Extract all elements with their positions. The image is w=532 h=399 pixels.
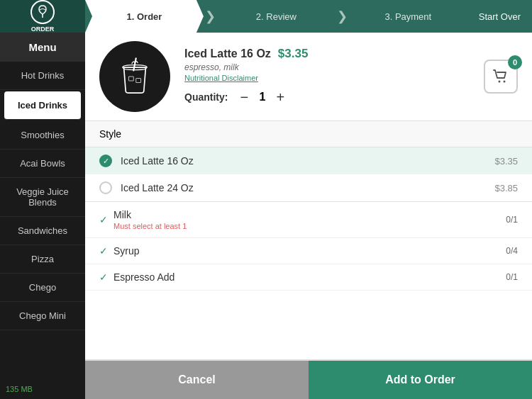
product-info: Iced Latte 16 Oz $3.35 espresso, milk Nu… bbox=[184, 47, 484, 106]
start-over-button[interactable]: Start Over bbox=[467, 0, 532, 33]
syrup-group-header[interactable]: ✓ Syrup 0/4 bbox=[85, 238, 532, 264]
espresso-group-label: Espresso Add bbox=[113, 271, 506, 283]
memory-indicator: 135 MB bbox=[0, 379, 85, 399]
style-price-16oz: $3.35 bbox=[494, 156, 518, 167]
style-section-header: Style bbox=[85, 121, 532, 147]
milk-group-label: Milk bbox=[113, 209, 506, 220]
svg-point-4 bbox=[499, 81, 501, 83]
milk-must-select: Must select at least 1 bbox=[113, 222, 506, 230]
sidebar: Menu Hot Drinks Iced Drinks Smoothies Ac… bbox=[0, 33, 85, 399]
style-name-16oz: Iced Latte 16 Oz bbox=[121, 155, 489, 167]
syrup-group-label: Syrup bbox=[113, 245, 506, 257]
style-radio-24oz bbox=[99, 181, 112, 194]
milk-badge: 0/1 bbox=[506, 215, 518, 225]
quantity-increase-button[interactable]: + bbox=[271, 88, 289, 106]
step-order[interactable]: 1. Order bbox=[85, 0, 204, 33]
sidebar-item-chego-mini[interactable]: Chego Mini bbox=[0, 302, 85, 330]
footer-buttons: Cancel Add to Order bbox=[85, 359, 532, 399]
espresso-chevron-icon: ✓ bbox=[99, 271, 108, 283]
step-review[interactable]: 2. Review bbox=[217, 0, 336, 33]
step-payment[interactable]: 3. Payment bbox=[349, 0, 467, 33]
add-to-order-button[interactable]: Add to Order bbox=[309, 361, 532, 399]
quantity-decrease-button[interactable]: − bbox=[235, 88, 253, 106]
style-price-24oz: $3.85 bbox=[494, 183, 518, 193]
sidebar-item-pizza[interactable]: Pizza bbox=[0, 245, 85, 274]
style-option-24oz[interactable]: Iced Latte 24 Oz $3.85 bbox=[85, 174, 532, 202]
milk-chevron-icon: ✓ bbox=[99, 214, 108, 225]
product-ingredients: espresso, milk bbox=[184, 62, 484, 72]
sidebar-item-smoothies[interactable]: Smoothies bbox=[0, 121, 85, 150]
svg-point-5 bbox=[504, 81, 506, 83]
syrup-chevron-icon: ✓ bbox=[99, 245, 108, 257]
style-option-16oz[interactable]: ✓ Iced Latte 16 Oz $3.35 bbox=[85, 147, 532, 174]
product-name: Iced Latte 16 Oz bbox=[184, 47, 271, 60]
syrup-badge: 0/4 bbox=[506, 246, 518, 256]
cart-badge: 0 bbox=[508, 55, 522, 69]
milk-group-header[interactable]: ✓ Milk Must select at least 1 0/1 bbox=[85, 202, 532, 238]
style-check-16oz: ✓ bbox=[99, 154, 112, 167]
svg-rect-3 bbox=[136, 79, 141, 83]
options-list: Style ✓ Iced Latte 16 Oz $3.35 Iced Latt… bbox=[85, 120, 532, 359]
product-image bbox=[99, 41, 170, 112]
espresso-badge: 0/1 bbox=[506, 272, 518, 282]
sidebar-item-sandwiches[interactable]: Sandwiches bbox=[0, 217, 85, 245]
sidebar-item-chego[interactable]: Chego bbox=[0, 274, 85, 302]
cancel-button[interactable]: Cancel bbox=[85, 361, 309, 399]
product-header: Iced Latte 16 Oz $3.35 espresso, milk Nu… bbox=[85, 33, 532, 120]
cart-icon bbox=[492, 67, 510, 86]
quantity-value: 1 bbox=[259, 91, 265, 103]
sidebar-item-acai-bowls[interactable]: Acai Bowls bbox=[0, 150, 85, 178]
nutritional-disclaimer-link[interactable]: Nutritional Disclaimer bbox=[184, 74, 484, 82]
sidebar-item-veggie-juice[interactable]: Veggie Juice Blends bbox=[0, 178, 85, 217]
logo: ORDER bbox=[0, 0, 85, 33]
product-price: $3.35 bbox=[278, 47, 309, 61]
quantity-label: Quantity: bbox=[184, 91, 228, 103]
espresso-group-header[interactable]: ✓ Espresso Add 0/1 bbox=[85, 264, 532, 291]
sidebar-item-iced-drinks[interactable]: Iced Drinks bbox=[4, 91, 81, 120]
cart-container: 0 bbox=[484, 60, 518, 94]
sidebar-title: Menu bbox=[0, 33, 85, 62]
svg-line-1 bbox=[133, 58, 135, 70]
style-name-24oz: Iced Latte 24 Oz bbox=[121, 182, 489, 193]
svg-rect-2 bbox=[128, 77, 133, 81]
sidebar-item-hot-drinks[interactable]: Hot Drinks bbox=[0, 62, 85, 90]
